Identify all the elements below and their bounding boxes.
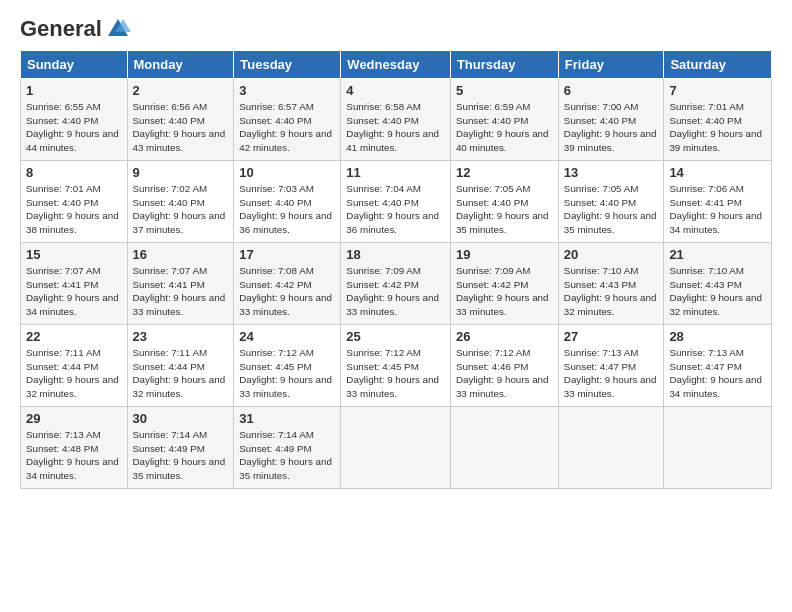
day-detail: Sunrise: 7:10 AMSunset: 4:43 PMDaylight:…	[564, 264, 659, 319]
col-header-saturday: Saturday	[664, 51, 772, 79]
day-detail: Sunrise: 7:12 AMSunset: 4:45 PMDaylight:…	[239, 346, 335, 401]
logo-icon	[105, 16, 131, 42]
day-detail: Sunrise: 7:12 AMSunset: 4:46 PMDaylight:…	[456, 346, 553, 401]
day-detail: Sunrise: 7:11 AMSunset: 4:44 PMDaylight:…	[133, 346, 229, 401]
logo: General	[20, 16, 131, 38]
day-cell: 25Sunrise: 7:12 AMSunset: 4:45 PMDayligh…	[341, 325, 451, 407]
logo-line1: General	[20, 16, 102, 42]
day-cell: 1Sunrise: 6:55 AMSunset: 4:40 PMDaylight…	[21, 79, 128, 161]
day-number: 30	[133, 411, 229, 426]
day-detail: Sunrise: 7:01 AMSunset: 4:40 PMDaylight:…	[26, 182, 122, 237]
day-detail: Sunrise: 7:01 AMSunset: 4:40 PMDaylight:…	[669, 100, 766, 155]
day-number: 29	[26, 411, 122, 426]
day-number: 31	[239, 411, 335, 426]
day-detail: Sunrise: 6:58 AMSunset: 4:40 PMDaylight:…	[346, 100, 445, 155]
day-cell: 22Sunrise: 7:11 AMSunset: 4:44 PMDayligh…	[21, 325, 128, 407]
day-detail: Sunrise: 7:06 AMSunset: 4:41 PMDaylight:…	[669, 182, 766, 237]
day-number: 18	[346, 247, 445, 262]
day-number: 17	[239, 247, 335, 262]
day-number: 8	[26, 165, 122, 180]
week-row-1: 1Sunrise: 6:55 AMSunset: 4:40 PMDaylight…	[21, 79, 772, 161]
day-number: 7	[669, 83, 766, 98]
day-cell: 23Sunrise: 7:11 AMSunset: 4:44 PMDayligh…	[127, 325, 234, 407]
header: General	[20, 16, 772, 38]
week-row-5: 29Sunrise: 7:13 AMSunset: 4:48 PMDayligh…	[21, 407, 772, 489]
day-number: 13	[564, 165, 659, 180]
day-cell: 8Sunrise: 7:01 AMSunset: 4:40 PMDaylight…	[21, 161, 128, 243]
day-detail: Sunrise: 7:03 AMSunset: 4:40 PMDaylight:…	[239, 182, 335, 237]
day-number: 14	[669, 165, 766, 180]
day-cell: 20Sunrise: 7:10 AMSunset: 4:43 PMDayligh…	[558, 243, 664, 325]
day-detail: Sunrise: 6:59 AMSunset: 4:40 PMDaylight:…	[456, 100, 553, 155]
day-cell: 7Sunrise: 7:01 AMSunset: 4:40 PMDaylight…	[664, 79, 772, 161]
day-detail: Sunrise: 7:11 AMSunset: 4:44 PMDaylight:…	[26, 346, 122, 401]
day-detail: Sunrise: 7:02 AMSunset: 4:40 PMDaylight:…	[133, 182, 229, 237]
day-detail: Sunrise: 7:13 AMSunset: 4:47 PMDaylight:…	[564, 346, 659, 401]
day-detail: Sunrise: 7:07 AMSunset: 4:41 PMDaylight:…	[26, 264, 122, 319]
day-number: 26	[456, 329, 553, 344]
day-cell: 15Sunrise: 7:07 AMSunset: 4:41 PMDayligh…	[21, 243, 128, 325]
day-number: 3	[239, 83, 335, 98]
day-number: 12	[456, 165, 553, 180]
day-number: 19	[456, 247, 553, 262]
day-number: 23	[133, 329, 229, 344]
day-cell: 27Sunrise: 7:13 AMSunset: 4:47 PMDayligh…	[558, 325, 664, 407]
day-cell: 29Sunrise: 7:13 AMSunset: 4:48 PMDayligh…	[21, 407, 128, 489]
week-row-3: 15Sunrise: 7:07 AMSunset: 4:41 PMDayligh…	[21, 243, 772, 325]
header-row: SundayMondayTuesdayWednesdayThursdayFrid…	[21, 51, 772, 79]
day-detail: Sunrise: 7:13 AMSunset: 4:48 PMDaylight:…	[26, 428, 122, 483]
week-row-2: 8Sunrise: 7:01 AMSunset: 4:40 PMDaylight…	[21, 161, 772, 243]
day-number: 6	[564, 83, 659, 98]
day-cell: 13Sunrise: 7:05 AMSunset: 4:40 PMDayligh…	[558, 161, 664, 243]
col-header-monday: Monday	[127, 51, 234, 79]
day-cell: 28Sunrise: 7:13 AMSunset: 4:47 PMDayligh…	[664, 325, 772, 407]
day-cell: 4Sunrise: 6:58 AMSunset: 4:40 PMDaylight…	[341, 79, 451, 161]
week-row-4: 22Sunrise: 7:11 AMSunset: 4:44 PMDayligh…	[21, 325, 772, 407]
day-cell: 16Sunrise: 7:07 AMSunset: 4:41 PMDayligh…	[127, 243, 234, 325]
day-detail: Sunrise: 7:09 AMSunset: 4:42 PMDaylight:…	[456, 264, 553, 319]
day-number: 24	[239, 329, 335, 344]
day-cell: 2Sunrise: 6:56 AMSunset: 4:40 PMDaylight…	[127, 79, 234, 161]
day-number: 25	[346, 329, 445, 344]
col-header-tuesday: Tuesday	[234, 51, 341, 79]
day-number: 22	[26, 329, 122, 344]
day-cell	[558, 407, 664, 489]
day-cell: 14Sunrise: 7:06 AMSunset: 4:41 PMDayligh…	[664, 161, 772, 243]
day-detail: Sunrise: 7:14 AMSunset: 4:49 PMDaylight:…	[239, 428, 335, 483]
day-number: 2	[133, 83, 229, 98]
day-cell: 26Sunrise: 7:12 AMSunset: 4:46 PMDayligh…	[450, 325, 558, 407]
day-cell: 6Sunrise: 7:00 AMSunset: 4:40 PMDaylight…	[558, 79, 664, 161]
day-number: 28	[669, 329, 766, 344]
day-detail: Sunrise: 6:57 AMSunset: 4:40 PMDaylight:…	[239, 100, 335, 155]
calendar-table: SundayMondayTuesdayWednesdayThursdayFrid…	[20, 50, 772, 489]
day-cell: 24Sunrise: 7:12 AMSunset: 4:45 PMDayligh…	[234, 325, 341, 407]
day-cell: 19Sunrise: 7:09 AMSunset: 4:42 PMDayligh…	[450, 243, 558, 325]
day-detail: Sunrise: 7:09 AMSunset: 4:42 PMDaylight:…	[346, 264, 445, 319]
day-number: 21	[669, 247, 766, 262]
day-number: 1	[26, 83, 122, 98]
day-detail: Sunrise: 7:07 AMSunset: 4:41 PMDaylight:…	[133, 264, 229, 319]
day-cell: 3Sunrise: 6:57 AMSunset: 4:40 PMDaylight…	[234, 79, 341, 161]
day-detail: Sunrise: 7:05 AMSunset: 4:40 PMDaylight:…	[456, 182, 553, 237]
day-cell: 5Sunrise: 6:59 AMSunset: 4:40 PMDaylight…	[450, 79, 558, 161]
day-cell	[341, 407, 451, 489]
day-detail: Sunrise: 6:56 AMSunset: 4:40 PMDaylight:…	[133, 100, 229, 155]
day-number: 11	[346, 165, 445, 180]
day-detail: Sunrise: 7:05 AMSunset: 4:40 PMDaylight:…	[564, 182, 659, 237]
day-cell	[664, 407, 772, 489]
col-header-thursday: Thursday	[450, 51, 558, 79]
day-cell: 12Sunrise: 7:05 AMSunset: 4:40 PMDayligh…	[450, 161, 558, 243]
day-number: 10	[239, 165, 335, 180]
day-number: 5	[456, 83, 553, 98]
day-detail: Sunrise: 7:10 AMSunset: 4:43 PMDaylight:…	[669, 264, 766, 319]
day-detail: Sunrise: 7:14 AMSunset: 4:49 PMDaylight:…	[133, 428, 229, 483]
day-cell: 10Sunrise: 7:03 AMSunset: 4:40 PMDayligh…	[234, 161, 341, 243]
day-number: 20	[564, 247, 659, 262]
day-detail: Sunrise: 7:13 AMSunset: 4:47 PMDaylight:…	[669, 346, 766, 401]
day-number: 4	[346, 83, 445, 98]
day-cell: 9Sunrise: 7:02 AMSunset: 4:40 PMDaylight…	[127, 161, 234, 243]
day-detail: Sunrise: 7:12 AMSunset: 4:45 PMDaylight:…	[346, 346, 445, 401]
day-number: 16	[133, 247, 229, 262]
col-header-friday: Friday	[558, 51, 664, 79]
day-detail: Sunrise: 7:00 AMSunset: 4:40 PMDaylight:…	[564, 100, 659, 155]
